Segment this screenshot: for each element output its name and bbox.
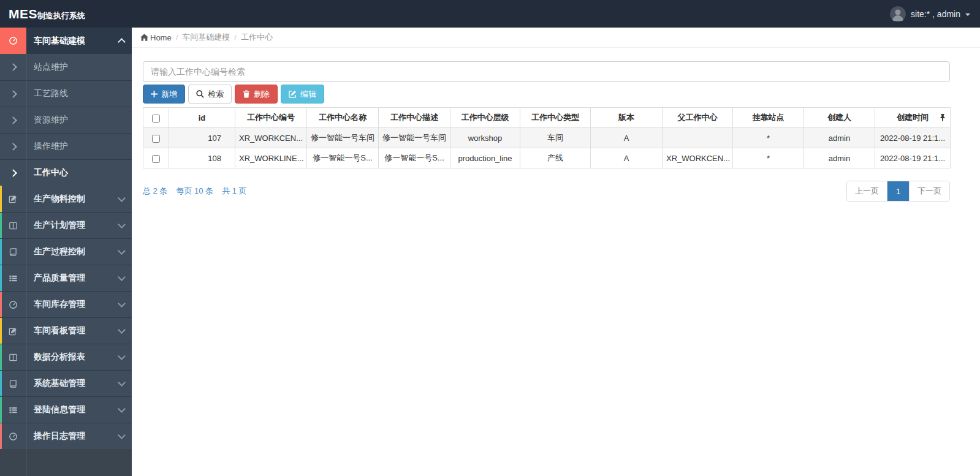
row-checkbox[interactable] (152, 155, 160, 163)
group-color-strip (0, 265, 2, 291)
sidebar-group-label: 生产过程控制 (26, 246, 111, 257)
table-cell: production_line (450, 148, 520, 168)
table-row[interactable]: 107XR_WORKCEN...修一智能一号车间修一智能一号车间workshop… (143, 128, 951, 148)
row-checkbox[interactable] (152, 135, 160, 143)
sidebar: 车间基础建模 站点维护工艺路线资源维护操作维护工作中心 生产物料控制生产计划管理… (0, 28, 132, 476)
group-color-strip (0, 186, 2, 212)
sidebar-group-label: 生产计划管理 (26, 220, 111, 231)
column-header[interactable]: 挂靠站点 (733, 108, 804, 128)
app-logo-acronym: MES (9, 7, 37, 21)
column-header[interactable]: 工作中心层级 (450, 108, 520, 128)
table-cell: 2022-08-19 21:1... (875, 128, 951, 148)
sidebar-group-active[interactable]: 车间基础建模 (0, 28, 132, 54)
edit-icon (0, 318, 26, 344)
group-color-strip (0, 371, 2, 396)
chevron-right-icon (0, 81, 26, 107)
sidebar-group[interactable]: 产品质量管理 (0, 265, 132, 291)
user-label: site:* , admin (911, 9, 960, 19)
sidebar-item[interactable]: 操作维护 (0, 133, 132, 159)
table-cell: workshop (450, 128, 520, 148)
chevron-down-icon (111, 303, 132, 306)
table-cell: A (591, 148, 663, 168)
search-button[interactable]: 检索 (188, 85, 232, 104)
sidebar-item-label: 资源维护 (26, 115, 132, 126)
chevron-up-icon (111, 37, 132, 45)
column-header[interactable]: 工作中心名称 (307, 108, 379, 128)
sidebar-group-label: 产品质量管理 (26, 273, 111, 284)
column-header[interactable]: 工作中心描述 (379, 108, 450, 128)
sidebar-item-label: 操作维护 (26, 141, 132, 152)
columns-icon (0, 213, 26, 238)
table-cell: admin (804, 128, 875, 148)
breadcrumb: Home / 车间基础建模 / 工作中心 (132, 28, 980, 48)
sidebar-group-label: 数据分析报表 (26, 352, 111, 363)
sidebar-item[interactable]: 资源维护 (0, 107, 132, 133)
sidebar-group[interactable]: 车间库存管理 (0, 291, 132, 317)
sidebar-group[interactable]: 登陆信息管理 (0, 396, 132, 423)
next-page-button[interactable]: 下一页 (909, 181, 949, 201)
chevron-down-icon (111, 224, 132, 227)
dashboard-icon (0, 423, 26, 449)
breadcrumb-separator: / (176, 33, 178, 42)
main-content: Home / 车间基础建模 / 工作中心 新增 检索 删除 编辑 (132, 28, 980, 476)
user-menu[interactable]: site:* , admin (890, 6, 980, 22)
sidebar-group[interactable]: 生产计划管理 (0, 212, 132, 238)
breadcrumb-parent-link[interactable]: 车间基础建模 (182, 32, 230, 43)
sidebar-item[interactable]: 站点维护 (0, 54, 132, 80)
chevron-right-icon (0, 107, 26, 133)
sidebar-item-active[interactable]: 工作中心 (0, 159, 132, 186)
sidebar-item[interactable]: 工艺路线 (0, 80, 132, 107)
page-size-select[interactable]: 每页 10 条 (176, 186, 213, 197)
list-icon (0, 397, 26, 423)
table-cell: XR_WORKCEN... (235, 128, 307, 148)
dashboard-icon (0, 28, 26, 54)
column-header[interactable]: 工作中心类型 (520, 108, 591, 128)
sidebar-group[interactable]: 生产物料控制 (0, 186, 132, 212)
search-input[interactable] (143, 61, 950, 82)
list-icon (0, 265, 26, 291)
page-1-button[interactable]: 1 (887, 181, 909, 201)
search-icon (196, 90, 204, 98)
column-header[interactable]: 工作中心编号 (235, 108, 307, 128)
dashboard-icon (0, 292, 26, 317)
column-header[interactable]: id (169, 108, 235, 128)
delete-button[interactable]: 删除 (235, 85, 278, 104)
sidebar-group-label: 系统基础管理 (26, 378, 111, 389)
breadcrumb-home-link[interactable]: Home (140, 33, 172, 42)
group-color-strip (0, 344, 2, 370)
table-row[interactable]: 108XR_WORKLINE...修一智能一号S...修一智能一号S...pro… (143, 148, 951, 168)
column-header[interactable]: 版本 (591, 108, 663, 128)
sidebar-group[interactable]: 系统基础管理 (0, 370, 132, 396)
table-cell: 车间 (520, 128, 591, 148)
sidebar-group-label: 车间基础建模 (26, 36, 111, 47)
sidebar-group-label: 登陆信息管理 (26, 404, 111, 415)
table-cell: 产线 (520, 148, 591, 168)
caret-down-icon (965, 13, 970, 16)
group-color-strip (0, 318, 2, 344)
group-color-strip (0, 213, 2, 238)
table-cell: XR_WORKCEN... (663, 148, 733, 168)
sidebar-group[interactable]: 车间看板管理 (0, 317, 132, 344)
sidebar-group[interactable]: 操作日志管理 (0, 423, 132, 449)
sidebar-group[interactable]: 数据分析报表 (0, 344, 132, 370)
prev-page-button[interactable]: 上一页 (847, 181, 887, 201)
sidebar-item-label: 工艺路线 (26, 88, 132, 99)
column-header[interactable]: 父工作中心 (663, 108, 733, 128)
chevron-right-icon (0, 134, 26, 159)
column-header[interactable]: 创建人 (804, 108, 875, 128)
sidebar-group-label: 车间库存管理 (26, 299, 111, 310)
edit-button[interactable]: 编辑 (281, 85, 324, 104)
group-color-strip (0, 292, 2, 317)
edit-icon (0, 186, 26, 212)
trash-icon (243, 90, 250, 98)
total-count: 总 2 条 (143, 186, 167, 197)
chevron-down-icon (111, 434, 132, 438)
add-button[interactable]: 新增 (143, 85, 185, 104)
select-all-checkbox[interactable] (152, 115, 160, 123)
table-cell: 修一智能一号S... (379, 148, 450, 168)
sidebar-group[interactable]: 生产过程控制 (0, 238, 132, 265)
pagination-summary: 总 2 条 每页 10 条 共 1 页 (143, 186, 247, 197)
column-header[interactable]: 创建时间 (875, 108, 951, 128)
app-logo[interactable]: MES制造执行系统 (0, 7, 85, 21)
group-color-strip (0, 423, 2, 449)
